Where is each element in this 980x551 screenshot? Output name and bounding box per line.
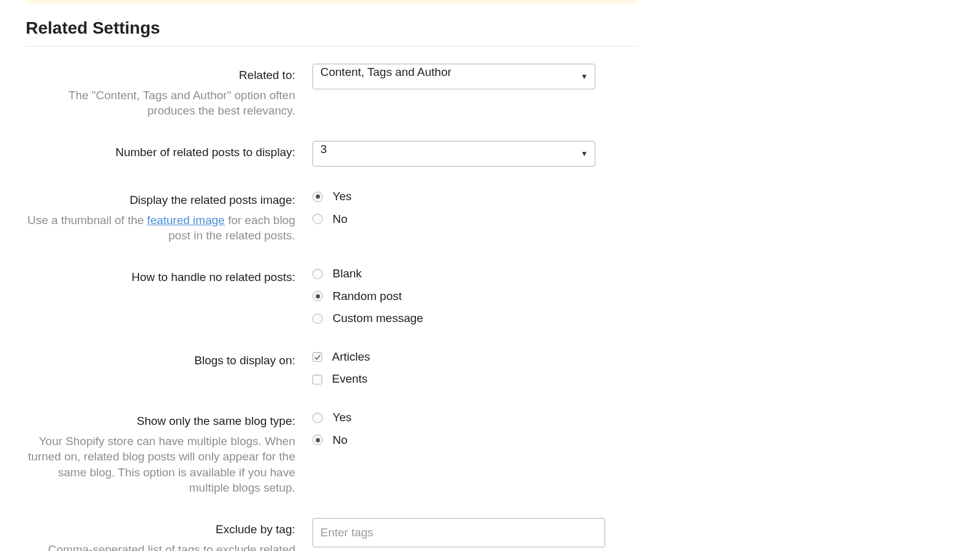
display-image-no-label[interactable]: No xyxy=(333,211,347,228)
related-to-help: The "Content, Tags and Author" option of… xyxy=(26,88,295,119)
display-image-yes-label[interactable]: Yes xyxy=(333,189,352,205)
check-icon xyxy=(314,354,321,361)
display-image-no-radio[interactable] xyxy=(312,214,323,224)
same-blog-label: Show only the same blog type: xyxy=(26,413,295,430)
display-image-help: Use a thumbnail of the featured image fo… xyxy=(26,212,295,244)
display-image-label: Display the related posts image: xyxy=(26,192,295,209)
alert-bar xyxy=(26,0,638,4)
same-blog-help: Your Shopify store can have multiple blo… xyxy=(26,433,295,497)
page-title: Related Settings xyxy=(26,16,638,47)
exclude-tag-input[interactable] xyxy=(312,518,605,547)
display-image-help-pre: Use a thumbnail of the xyxy=(28,214,147,227)
num-posts-select[interactable]: 3 xyxy=(312,141,595,167)
blogs-events-label[interactable]: Events xyxy=(332,371,368,388)
no-related-custom-radio[interactable] xyxy=(312,313,323,324)
display-image-yes-radio[interactable] xyxy=(312,192,323,202)
no-related-blank-label[interactable]: Blank xyxy=(333,266,362,282)
num-posts-label: Number of related posts to display: xyxy=(26,144,295,161)
same-blog-yes-radio[interactable] xyxy=(312,413,323,423)
exclude-tag-label: Exclude by tag: xyxy=(26,522,295,538)
related-to-label: Related to: xyxy=(26,67,295,84)
blogs-events-checkbox[interactable] xyxy=(312,375,322,384)
no-related-label: How to handle no related posts: xyxy=(26,269,295,286)
no-related-custom-label[interactable]: Custom message xyxy=(333,310,423,327)
exclude-tag-help: Comma-seperated list of tags to exclude … xyxy=(26,542,295,551)
blogs-articles-checkbox[interactable] xyxy=(312,352,322,362)
featured-image-link[interactable]: featured image xyxy=(147,214,225,227)
no-related-random-radio[interactable] xyxy=(312,291,323,301)
same-blog-yes-label[interactable]: Yes xyxy=(333,410,352,426)
same-blog-no-label[interactable]: No xyxy=(333,432,347,449)
no-related-blank-radio[interactable] xyxy=(312,269,323,279)
no-related-random-label[interactable]: Random post xyxy=(333,288,402,305)
blogs-label: Blogs to display on: xyxy=(26,353,295,369)
same-blog-no-radio[interactable] xyxy=(312,435,323,445)
blogs-articles-label[interactable]: Articles xyxy=(332,349,370,365)
related-to-select[interactable]: Content, Tags and Author xyxy=(312,64,595,89)
